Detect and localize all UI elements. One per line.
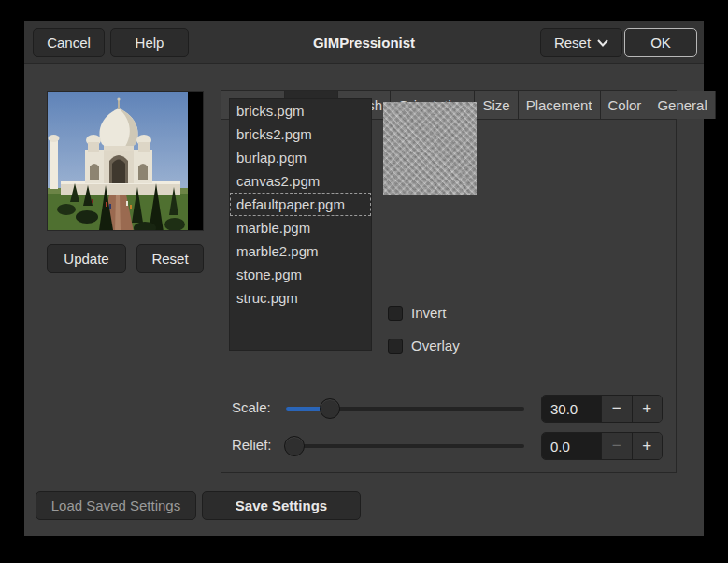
tab-general[interactable]: General bbox=[649, 91, 715, 119]
update-button[interactable]: Update bbox=[47, 244, 126, 273]
gimpressionist-dialog: GIMPressionist Cancel Help Reset OK bbox=[24, 21, 704, 536]
relief-decrement-button[interactable]: − bbox=[601, 433, 631, 459]
tab-color[interactable]: Color bbox=[601, 91, 650, 119]
invert-checkbox-row: Invert bbox=[388, 305, 447, 321]
list-item[interactable]: marble2.pgm bbox=[230, 239, 371, 263]
list-item[interactable]: burlap.pgm bbox=[230, 146, 371, 169]
scale-increment-button[interactable]: + bbox=[632, 396, 662, 422]
paper-noise-overlay bbox=[383, 102, 477, 195]
tab-size-label: Size bbox=[482, 97, 509, 113]
reset-dropdown-label: Reset bbox=[554, 35, 591, 51]
list-item[interactable]: stone.pgm bbox=[230, 263, 371, 286]
tab-size[interactable]: Size bbox=[475, 91, 518, 119]
preview-image bbox=[47, 91, 204, 231]
load-saved-settings-button[interactable]: Load Saved Settings bbox=[36, 491, 196, 520]
tab-general-label: General bbox=[657, 97, 707, 113]
relief-slider-thumb[interactable] bbox=[284, 436, 305, 456]
chevron-down-icon bbox=[597, 39, 608, 47]
scale-slider[interactable] bbox=[286, 407, 524, 411]
scale-spinbox: 30.0 − + bbox=[541, 395, 663, 423]
invert-checkbox[interactable] bbox=[388, 306, 403, 321]
list-item[interactable]: canvas2.pgm bbox=[230, 169, 371, 193]
overlay-checkbox[interactable] bbox=[388, 339, 403, 354]
list-item-selected[interactable]: defaultpaper.pgm bbox=[230, 193, 371, 216]
scale-slider-thumb[interactable] bbox=[320, 398, 340, 419]
relief-label: Relief: bbox=[232, 437, 272, 453]
help-button-label: Help bbox=[136, 35, 164, 51]
list-item[interactable]: marble.pgm bbox=[230, 216, 371, 239]
overlay-checkbox-row: Overlay bbox=[388, 338, 460, 354]
save-settings-label: Save Settings bbox=[236, 498, 327, 513]
overlay-label: Overlay bbox=[411, 338, 460, 354]
list-item[interactable]: struc.pgm bbox=[230, 286, 371, 310]
invert-label: Invert bbox=[411, 305, 447, 321]
relief-spinbox: 0.0 − + bbox=[541, 432, 663, 460]
scale-decrement-button[interactable]: − bbox=[601, 396, 631, 422]
tab-placement[interactable]: Placement bbox=[519, 91, 601, 119]
update-button-label: Update bbox=[64, 251, 108, 267]
taj-mahal-photo bbox=[48, 92, 188, 231]
cancel-button-label: Cancel bbox=[47, 35, 91, 51]
paper-texture-preview bbox=[383, 102, 477, 195]
reset-dropdown-button[interactable]: Reset bbox=[540, 28, 622, 57]
cancel-button[interactable]: Cancel bbox=[33, 28, 105, 57]
scale-row: Scale: 30.0 − + bbox=[221, 395, 678, 423]
relief-row: Relief: 0.0 − + bbox=[221, 432, 678, 460]
settings-notebook: Presets Paper Brush Orientation Size Pla… bbox=[221, 90, 677, 473]
relief-value-input[interactable]: 0.0 bbox=[542, 433, 601, 459]
preview-reset-button-label: Reset bbox=[151, 251, 188, 267]
dialog-header: GIMPressionist Cancel Help Reset OK bbox=[24, 21, 704, 64]
paper-texture-list[interactable]: bricks.pgm bricks2.pgm burlap.pgm canvas… bbox=[229, 98, 372, 351]
save-settings-button[interactable]: Save Settings bbox=[202, 491, 361, 520]
ok-button-label: OK bbox=[650, 35, 671, 51]
list-item[interactable]: bricks.pgm bbox=[230, 99, 371, 123]
list-item[interactable]: bricks2.pgm bbox=[230, 123, 371, 146]
tab-color-label: Color bbox=[608, 97, 642, 113]
load-saved-settings-label: Load Saved Settings bbox=[51, 498, 180, 513]
scale-label: Scale: bbox=[232, 399, 271, 415]
preview-reset-button[interactable]: Reset bbox=[136, 244, 204, 273]
tab-placement-label: Placement bbox=[526, 97, 592, 113]
scale-value-input[interactable]: 30.0 bbox=[542, 396, 601, 422]
help-button[interactable]: Help bbox=[110, 28, 189, 57]
relief-slider[interactable] bbox=[286, 444, 524, 448]
relief-increment-button[interactable]: + bbox=[632, 433, 662, 459]
ok-button[interactable]: OK bbox=[624, 28, 697, 57]
